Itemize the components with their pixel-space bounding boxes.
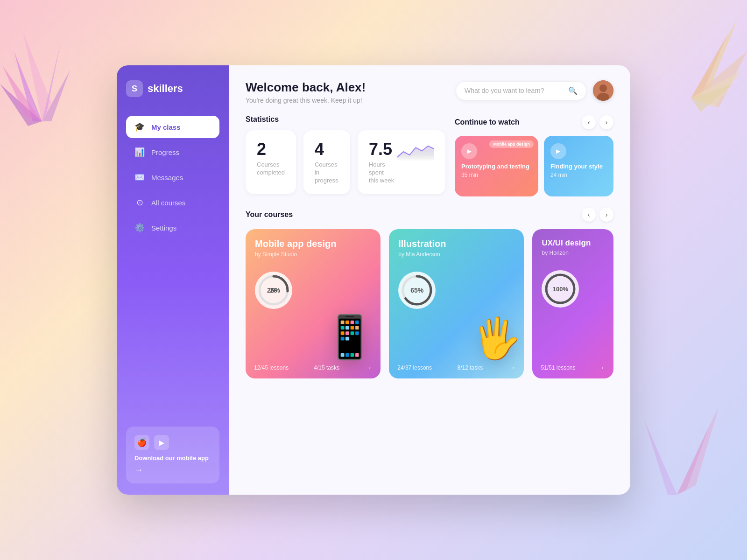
course-lessons-2: 24/37 lessons (397, 364, 432, 371)
statistics-label: Statistics (246, 115, 445, 124)
course-illustration-1: 📱 (324, 316, 376, 358)
progress-icon: 📊 (134, 147, 145, 157)
welcome-subtitle: You're doing great this week. Keep it up… (246, 97, 366, 104)
sidebar-item-progress[interactable]: 📊 Progress (126, 141, 219, 163)
store-icons: 🍎 ▶ (134, 435, 211, 450)
user-avatar[interactable] (593, 80, 613, 101)
download-cta-text: Download our mobile app (134, 455, 211, 462)
course-title-2: Illustration (398, 238, 514, 249)
svg-marker-13 (677, 425, 710, 495)
svg-marker-4 (2, 65, 42, 121)
course-card-uxui[interactable]: UX/UI design by Horizon 100% 51/51 lesso… (532, 229, 613, 378)
stat-card-courses-completed: 2 Coursescompleted (246, 130, 296, 194)
logo-icon: S (126, 80, 143, 97)
svg-marker-10 (691, 70, 742, 107)
svg-marker-14 (644, 420, 677, 495)
svg-marker-1 (14, 51, 42, 121)
mobile-app-cta[interactable]: 🍎 ▶ Download our mobile app → (126, 427, 219, 483)
stat-label: Coursescompleted (257, 161, 285, 177)
sidebar-item-all-courses[interactable]: ⊙ All courses (126, 191, 219, 214)
svg-marker-11 (691, 84, 733, 112)
courses-header: Your courses ‹ › (246, 208, 613, 222)
svg-marker-2 (23, 33, 51, 121)
sidebar-item-label: Messages (151, 174, 183, 182)
cw-header: Continue to watch ‹ › (455, 115, 613, 129)
course-info-3: UX/UI design by Horizon (532, 229, 613, 266)
cw-title-1: Prototyping and testing (455, 163, 538, 170)
cw-time-1: 35 min (455, 170, 538, 180)
play-button-1[interactable]: ▶ (461, 143, 477, 159)
cw-card-2[interactable]: ▶ Finding your style 24 min (544, 136, 613, 196)
apple-store-icon: 🍎 (134, 435, 149, 450)
svg-marker-6 (42, 70, 70, 121)
course-lessons-3: 51/51 lessons (541, 364, 575, 371)
your-courses-section: Your courses ‹ › Mobile app design by Si… (246, 208, 613, 378)
svg-marker-0 (5, 37, 42, 121)
my-class-icon: 🎓 (134, 122, 145, 132)
stat-card-courses-progress: 4 Coursesin progress (303, 130, 350, 194)
stat-label: Hours spentthis week (369, 161, 397, 185)
all-courses-icon: ⊙ (134, 197, 145, 208)
cw-prev-arrow[interactable]: ‹ (582, 115, 596, 129)
search-icon: 🔍 (568, 86, 578, 95)
sidebar-item-messages[interactable]: ✉️ Messages (126, 166, 219, 189)
continue-to-watch-section: Continue to watch ‹ › Mobile app design … (455, 115, 613, 196)
course-arrow-1: → (365, 364, 372, 372)
stats-row: 2 Coursescompleted 4 Coursesin progress … (246, 130, 445, 194)
course-author-3: by Horizon (542, 250, 604, 256)
sidebar-item-label: My class (151, 123, 181, 131)
app-name: skillers (148, 83, 183, 95)
stat-number: 2 (257, 140, 285, 159)
course-progress-1: 26 26% (255, 272, 292, 309)
cw-card-1[interactable]: Mobile app design ▶ Prototyping and test… (455, 136, 538, 196)
cw-label: Continue to watch (455, 118, 520, 126)
cw-cards: Mobile app design ▶ Prototyping and test… (455, 136, 613, 196)
svg-marker-5 (42, 42, 61, 121)
courses-next-arrow[interactable]: › (599, 208, 613, 222)
courses-grid: Mobile app design by Simple Studio 26 26… (246, 229, 613, 378)
svg-marker-8 (691, 33, 728, 98)
header-right: What do you want to learn? 🔍 (456, 80, 613, 101)
svg-marker-7 (691, 19, 738, 98)
sidebar-item-my-class[interactable]: 🎓 My class (126, 116, 219, 138)
course-tasks-2: 8/12 tasks (458, 364, 483, 371)
logo-area: S skillers (126, 80, 219, 97)
course-info-1: Mobile app design by Simple Studio (246, 229, 381, 267)
hours-chart (397, 141, 434, 162)
courses-nav-arrows: ‹ › (582, 208, 613, 222)
header: Welcome back, Alex! You're doing great t… (246, 80, 613, 104)
svg-point-16 (599, 84, 607, 92)
cw-next-arrow[interactable]: › (599, 115, 613, 129)
download-arrow-icon: → (134, 465, 143, 475)
course-progress-3: 100% (542, 270, 579, 308)
course-progress-2: 65% (398, 272, 436, 309)
cw-nav-arrows: ‹ › (582, 115, 613, 129)
course-title-1: Mobile app design (255, 238, 371, 249)
stat-card-hours: 7.5 Hours spentthis week (358, 130, 445, 194)
course-card-illustration[interactable]: Illustration by Mia Anderson 65% 🖐 24/37… (389, 229, 524, 378)
cw-badge-1: Mobile app design (489, 140, 534, 148)
course-card-mobile-app-design[interactable]: Mobile app design by Simple Studio 26 26… (246, 229, 381, 378)
stat-number: 7.5 (369, 140, 397, 159)
top-sections: Statistics 2 Coursescompleted 4 Coursesi… (246, 115, 613, 196)
course-tasks-1: 4/15 tasks (314, 364, 339, 371)
courses-prev-arrow[interactable]: ‹ (582, 208, 596, 222)
search-bar[interactable]: What do you want to learn? 🔍 (456, 81, 586, 100)
sidebar-item-settings[interactable]: ⚙️ Settings (126, 217, 219, 239)
app-window: S skillers 🎓 My class 📊 Progress ✉️ Mess… (117, 65, 630, 495)
sidebar-nav: 🎓 My class 📊 Progress ✉️ Messages ⊙ All … (126, 116, 219, 417)
course-title-3: UX/UI design (542, 238, 604, 248)
main-content: Welcome back, Alex! You're doing great t… (229, 65, 630, 495)
sidebar: S skillers 🎓 My class 📊 Progress ✉️ Mess… (117, 65, 229, 495)
search-placeholder-text: What do you want to learn? (465, 87, 564, 94)
svg-marker-9 (691, 51, 747, 107)
svg-marker-3 (0, 84, 42, 126)
course-lessons-1: 12/45 lessons (254, 364, 289, 371)
course-arrow-3: → (598, 364, 605, 372)
play-button-2[interactable]: ▶ (550, 143, 566, 159)
course-illustration-2: 🖐 (472, 318, 521, 358)
sidebar-item-label: Settings (151, 224, 176, 232)
cw-title-2: Finding your style (544, 163, 613, 170)
welcome-title: Welcome back, Alex! (246, 80, 366, 95)
svg-marker-12 (677, 406, 719, 495)
